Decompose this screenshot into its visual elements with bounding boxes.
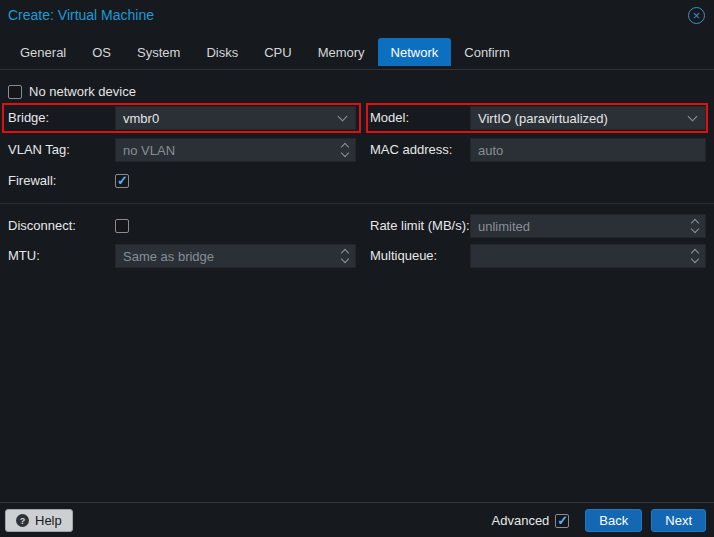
no-network-device-row: No network device — [8, 84, 136, 99]
disconnect-checkbox[interactable] — [115, 219, 129, 233]
advanced-label: Advanced — [492, 513, 550, 528]
model-value: VirtIO (paravirtualized) — [478, 111, 683, 126]
disconnect-label: Disconnect: — [8, 214, 76, 238]
bridge-label: Bridge: — [8, 106, 49, 130]
tab-network[interactable]: Network — [378, 38, 452, 66]
help-button[interactable]: Help — [5, 509, 73, 532]
mtu-input[interactable]: Same as bridge — [115, 244, 356, 268]
multiqueue-input[interactable] — [470, 244, 706, 268]
model-label: Model: — [370, 106, 409, 130]
mtu-placeholder: Same as bridge — [123, 249, 336, 264]
multiqueue-spinner[interactable] — [692, 250, 698, 262]
bridge-value: vmbr0 — [123, 111, 333, 126]
vlan-tag-input[interactable]: no VLAN — [115, 138, 356, 162]
spinner-down-icon[interactable] — [691, 225, 699, 233]
mac-address-input[interactable]: auto — [470, 138, 706, 162]
vlan-spinner[interactable] — [342, 144, 348, 156]
rate-limit-label: Rate limit (MB/s): — [370, 214, 470, 238]
tab-cpu[interactable]: CPU — [251, 38, 304, 66]
firewall-label: Firewall: — [8, 169, 56, 193]
rate-limit-placeholder: unlimited — [478, 219, 686, 234]
advanced-checkbox[interactable] — [555, 514, 569, 528]
tab-confirm[interactable]: Confirm — [451, 38, 523, 66]
footer-actions: Advanced Back Next — [492, 509, 706, 532]
section-divider — [0, 203, 714, 204]
tabbar-divider — [0, 69, 714, 70]
footer-bar: Help Advanced Back Next — [0, 502, 714, 537]
rate-limit-input[interactable]: unlimited — [470, 214, 706, 238]
mac-address-placeholder: auto — [478, 143, 698, 158]
next-button[interactable]: Next — [651, 509, 706, 532]
spinner-down-icon[interactable] — [691, 255, 699, 263]
spinner-down-icon[interactable] — [341, 255, 349, 263]
mtu-label: MTU: — [8, 244, 40, 268]
dialog-title: Create: Virtual Machine — [8, 7, 154, 23]
mac-address-label: MAC address: — [370, 138, 452, 162]
close-icon[interactable] — [688, 7, 705, 24]
chevron-down-icon — [338, 112, 348, 122]
create-vm-dialog: Create: Virtual Machine General OS Syste… — [0, 0, 714, 537]
multiqueue-label: Multiqueue: — [370, 244, 437, 268]
vlan-tag-label: VLAN Tag: — [8, 138, 70, 162]
no-network-device-checkbox[interactable] — [8, 85, 22, 99]
mtu-spinner[interactable] — [342, 250, 348, 262]
tab-bar: General OS System Disks CPU Memory Netwo… — [0, 38, 714, 66]
tab-system[interactable]: System — [124, 38, 193, 66]
help-icon — [16, 514, 29, 527]
tab-memory[interactable]: Memory — [305, 38, 378, 66]
tab-general[interactable]: General — [7, 38, 79, 66]
tab-disks[interactable]: Disks — [193, 38, 251, 66]
spinner-down-icon[interactable] — [341, 149, 349, 157]
chevron-down-icon — [688, 112, 698, 122]
help-button-label: Help — [35, 513, 62, 528]
no-network-device-label: No network device — [29, 84, 136, 99]
back-button[interactable]: Back — [585, 509, 642, 532]
rate-limit-spinner[interactable] — [692, 220, 698, 232]
vlan-tag-placeholder: no VLAN — [123, 143, 336, 158]
firewall-checkbox[interactable] — [115, 174, 129, 188]
model-select[interactable]: VirtIO (paravirtualized) — [470, 106, 706, 130]
tab-os[interactable]: OS — [79, 38, 124, 66]
bridge-select[interactable]: vmbr0 — [115, 106, 356, 130]
